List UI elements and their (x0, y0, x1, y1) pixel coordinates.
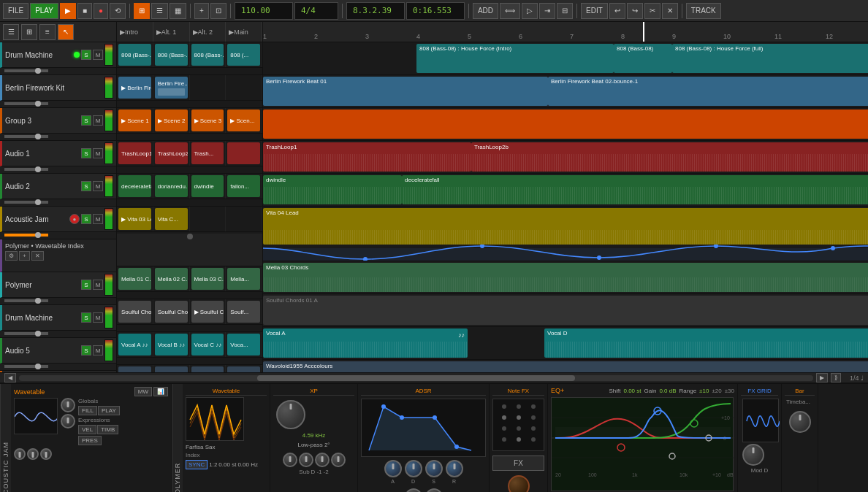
fill-btn[interactable]: FILL (78, 406, 97, 415)
clip-berlin-alt1[interactable]: Berlin Fire... (153, 75, 190, 100)
knob-mini-3[interactable] (40, 448, 52, 460)
knob-mini-1[interactable] (14, 448, 26, 460)
clip-audio5-alt2[interactable]: Vocal C ♪♪ (190, 332, 226, 357)
track-solo-audio1[interactable]: S (81, 148, 91, 158)
clip-acoustic-alt2[interactable] (190, 207, 226, 231)
clip-acoustic-intro[interactable]: ▶ Vita 03 Lead (117, 207, 153, 231)
clip-audio2-main[interactable]: fallon... (226, 174, 262, 199)
scroll-right-btn[interactable]: ▶ (816, 373, 828, 383)
knob-pitch[interactable] (405, 488, 422, 492)
arrangement-view-btn[interactable]: ☰ (151, 3, 168, 19)
track-mute-group3[interactable]: M (93, 115, 103, 126)
xp-main-knob[interactable] (276, 400, 305, 429)
clip-audio5-main[interactable]: Voca... (226, 332, 262, 357)
clip-polymer-main[interactable]: Mella... (226, 266, 262, 291)
scene-col-main[interactable]: ▶ Main (226, 22, 262, 42)
clip-polymer-intro[interactable]: Mella 01 C... (117, 266, 153, 291)
clip-acoustic-alt1[interactable]: Vita C... (153, 207, 190, 231)
clip-acoustic-main[interactable] (226, 207, 262, 231)
clip-drum-intro[interactable]: 808 (Bass-... (117, 42, 153, 67)
horizontal-scrollbar[interactable]: ◀ ▶ ⟫ 1/4 ♩ (0, 372, 868, 383)
clip-audio6-intro[interactable]: NeverEngin... (117, 365, 153, 372)
clip-drum-alt1[interactable]: 808 (Bass-... (153, 42, 190, 67)
knob-sustain[interactable] (425, 460, 443, 477)
vel-btn[interactable]: VEL (78, 425, 96, 434)
scrollbar-thumb[interactable] (257, 375, 575, 381)
grid-btn[interactable]: ⊞ (21, 24, 37, 40)
polymer-chart-btn[interactable]: 📊 (153, 387, 168, 396)
t-clip-berlin-1[interactable]: Berlin Firework Beat 01 (263, 77, 548, 106)
polymer-wt-settings[interactable]: ⚙ (5, 251, 18, 261)
audio2-fader[interactable] (4, 201, 48, 204)
clip-audio5-alt1[interactable]: Vocal B ♪♪ (153, 332, 190, 357)
t-clip-acoustic[interactable]: Vita 04 Lead (263, 208, 868, 245)
zoom-btn[interactable]: + (194, 3, 209, 19)
undo-btn[interactable]: ↩ (609, 3, 625, 19)
t-clip-drum2[interactable]: Soulful Chords 01 A (263, 296, 868, 325)
t-clip-drum-mid[interactable]: 808 (Bass-08) (614, 44, 672, 73)
fx-knob-main[interactable] (742, 444, 764, 466)
clip-drum-alt2[interactable]: 808 (Bass-... (190, 42, 226, 67)
sort-btn[interactable]: ☰ (3, 24, 19, 40)
drum2-fader[interactable] (4, 332, 48, 335)
t-clip-audio6[interactable]: Wavoloid1955 Acccolours (263, 361, 868, 372)
t-clip-group3[interactable] (263, 109, 868, 139)
track-mute-audio5[interactable]: M (93, 345, 103, 355)
bpm-display[interactable]: 110.00 (235, 2, 293, 20)
clip-audio1-alt1[interactable]: TrashLoop2b (153, 141, 190, 166)
pres-btn[interactable]: PRES (78, 436, 102, 445)
scroll-end-btn[interactable]: ⟫ (831, 373, 841, 383)
t-clip-polymer[interactable]: Mella 03 Chords (263, 263, 868, 292)
clip-audio6-alt1[interactable]: NeverEngin... (153, 365, 190, 372)
track-solo-drum-machine[interactable]: S (81, 50, 91, 60)
track-mute-audio2[interactable]: M (93, 181, 103, 191)
knob-1[interactable] (61, 398, 75, 412)
t-clip-audio5-1[interactable]: Vocal A ♪♪ (263, 328, 468, 358)
cut-btn[interactable]: ✂ (644, 3, 660, 19)
scene-col-alt2[interactable]: ▶ Alt. 2 (190, 22, 226, 42)
scroll-left-btn[interactable]: ◀ (4, 373, 16, 383)
track-mute-drum2[interactable]: M (93, 312, 103, 323)
xp-knob-3[interactable] (315, 453, 330, 467)
file-menu[interactable]: FILE (3, 3, 28, 19)
xp-knob-2[interactable] (299, 453, 313, 467)
play-mini-btn[interactable]: PLAY (98, 406, 120, 415)
audio5-fader[interactable] (4, 365, 48, 368)
metronome-btn[interactable]: ⊟ (557, 3, 573, 19)
scene-col-intro[interactable]: ▶ Intro (117, 22, 153, 42)
clip-polymer-alt1[interactable]: Mella 02 C... (153, 266, 190, 291)
clip-group3-main[interactable]: ▶ Scen... (226, 108, 262, 133)
track-rec-acoustic[interactable]: ● (69, 214, 80, 224)
t-clip-drum-intro[interactable]: 808 (Bass-08) : House Force (Intro) (416, 44, 614, 73)
polymer-wt-add[interactable]: + (19, 251, 30, 261)
track-solo-acoustic[interactable]: S (81, 214, 91, 224)
list-btn[interactable]: ≡ (39, 24, 56, 40)
knob-2[interactable] (61, 414, 75, 428)
clip-polymer-alt2[interactable]: Mella 03 C... (190, 266, 226, 291)
position-display[interactable]: 8.3.2.39 (346, 2, 405, 20)
clip-group3-alt1[interactable]: ▶ Scene 2 (153, 108, 190, 133)
timebar-knob[interactable] (789, 411, 811, 433)
knob-release[interactable] (446, 460, 463, 477)
clip-audio2-intro[interactable]: deceleratefall (117, 174, 153, 199)
t-clip-audio1-2[interactable]: TrashLoop2b (471, 142, 868, 172)
knob-glide[interactable] (425, 488, 443, 492)
clip-drum-main[interactable]: 808 (... (226, 42, 262, 67)
follow-btn[interactable]: ▷ (522, 3, 538, 19)
edit-btn-1[interactable]: ▦ (170, 3, 186, 19)
track-solo-drum2[interactable]: S (81, 312, 91, 323)
t-clip-audio5-2[interactable]: Vocal D ♪♪ (544, 328, 868, 358)
knob-mini-2[interactable] (27, 448, 39, 460)
clip-audio2-alt1[interactable]: dorianredu... (153, 174, 190, 199)
polymer-fader[interactable] (4, 299, 48, 302)
knob-out[interactable] (508, 475, 530, 492)
time-display[interactable]: 0:16.553 (406, 2, 465, 20)
acoustic-fader[interactable] (4, 234, 48, 237)
xp-knob-4[interactable] (331, 453, 346, 467)
clip-drum2-alt2[interactable]: ▶ Soulful Cho... (190, 299, 226, 324)
loop-region-btn[interactable]: ⟺ (500, 3, 520, 19)
clip-berlin-main[interactable] (226, 75, 262, 100)
t-clip-audio1-1[interactable]: TrashLoop1 (263, 142, 471, 172)
scene-col-alt1[interactable]: ▶ Alt. 1 (153, 22, 190, 42)
clip-audio1-alt2[interactable]: Trash... (190, 141, 226, 166)
